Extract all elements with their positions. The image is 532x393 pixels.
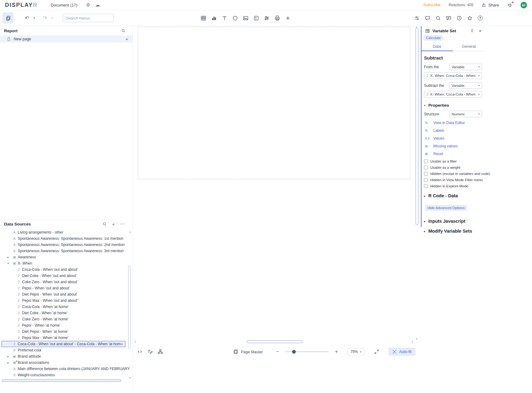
- checkbox-row[interactable]: Hidden in Explore Mode: [424, 184, 482, 188]
- zoom-slider[interactable]: [285, 350, 329, 354]
- sidebar-horizontal-scrollbar[interactable]: [2, 379, 121, 382]
- checkbox-row[interactable]: Usable as a filter: [424, 159, 482, 163]
- data-source-item[interactable]: ▸▦Brand attitude: [0, 353, 130, 360]
- data-source-item[interactable]: 2Coke Zero - When 'out and about': [0, 279, 130, 285]
- add-page-button[interactable]: +: [125, 36, 128, 42]
- data-source-item[interactable]: 8Preferred cola: [0, 347, 130, 353]
- history-icon[interactable]: [456, 15, 462, 21]
- view-in-data-editor-button[interactable]: ✎View in Data Editor: [425, 121, 482, 125]
- checkbox-row[interactable]: Usable as a weight: [424, 166, 482, 169]
- zoom-in-button[interactable]: +: [335, 349, 338, 355]
- checkbox-row[interactable]: Hidden in View Mode Filter menu: [424, 178, 482, 182]
- undo-button[interactable]: ↶: [25, 15, 29, 21]
- canvas-area[interactable]: ▴ ▾ ◂ ▸: [133, 26, 421, 393]
- canvas-vertical-scrollbar[interactable]: [416, 28, 418, 225]
- insert-textbox-icon[interactable]: [221, 15, 228, 21]
- hide-advanced-options-button[interactable]: Hide Advanced Options: [425, 205, 467, 211]
- data-source-item[interactable]: 2Coca-Cola - When 'at home': [0, 304, 130, 310]
- data-source-item[interactable]: ASpontaneous Awareness: Spontaneous Awar…: [0, 248, 130, 254]
- canvas-scroll-right-icon[interactable]: ▸: [412, 340, 413, 343]
- data-sources-search-icon[interactable]: [102, 222, 107, 226]
- help-icon[interactable]: [477, 15, 483, 21]
- checkbox[interactable]: [424, 166, 428, 169]
- code-view-icon[interactable]: [137, 349, 143, 355]
- announcements-icon[interactable]: [507, 2, 512, 8]
- data-source-item[interactable]: 2Pepsi Max - When 'at home': [0, 335, 130, 341]
- print-icon[interactable]: [274, 15, 280, 21]
- search-menus-input[interactable]: [63, 14, 114, 22]
- expand-icon[interactable]: ▸: [7, 355, 12, 358]
- expand-icon[interactable]: ▸: [424, 194, 426, 198]
- properties-section-header[interactable]: ▾ Properties: [424, 103, 482, 108]
- calculate-button[interactable]: Calculate: [423, 35, 443, 41]
- canvas-scroll-down-icon[interactable]: ▾: [416, 337, 417, 340]
- structure-select[interactable]: Numeric ▾: [449, 111, 482, 117]
- insert-table-icon[interactable]: [200, 15, 206, 21]
- data-source-item[interactable]: 2Coca-Cola - When 'out and about': [0, 266, 130, 273]
- expand-icon[interactable]: ▸: [424, 220, 426, 223]
- filters-icon[interactable]: [264, 15, 270, 21]
- pages-button[interactable]: [2, 12, 14, 24]
- data-source-item[interactable]: ASpontaneous Awareness: Spontaneous Awar…: [0, 242, 130, 248]
- list-scroll-down-icon[interactable]: ▾: [129, 376, 131, 379]
- data-source-item[interactable]: 2Coca-Cola - When 'out and about' - Coca…: [2, 341, 125, 347]
- inputs-javascript-section-header[interactable]: ▸ Inputs Javascript: [424, 219, 482, 224]
- annotation-icon[interactable]: [147, 349, 153, 355]
- list-vertical-scrollbar[interactable]: [128, 265, 130, 349]
- zoom-slider-handle[interactable]: [292, 350, 296, 354]
- add-object-icon[interactable]: [285, 15, 291, 21]
- reactions-count[interactable]: Reactions: 405: [449, 3, 473, 7]
- collapse-icon[interactable]: ▾: [424, 104, 426, 107]
- dependency-graph-icon[interactable]: [157, 349, 163, 355]
- checkbox[interactable]: [424, 172, 428, 176]
- data-source-item[interactable]: ▾▦X- When: [0, 260, 130, 266]
- data-source-item[interactable]: 2Diet Pepsi - When 'out and about': [0, 291, 130, 297]
- data-source-item[interactable]: 2Pepsi - When 'at home': [0, 322, 130, 328]
- expand-icon[interactable]: ▸: [7, 256, 12, 259]
- favorites-star-icon[interactable]: [467, 15, 473, 21]
- data-source-item[interactable]: AMain difference between cola drinkers (…: [0, 366, 130, 372]
- canvas-scroll-left-icon[interactable]: ◂: [134, 340, 136, 343]
- data-source-item[interactable]: 2Pepsi Max - When 'out and about': [0, 297, 130, 304]
- redo-dropdown-icon[interactable]: ▾: [52, 16, 53, 20]
- zoom-out-button[interactable]: −: [276, 349, 279, 355]
- report-page-item[interactable]: New page +: [0, 35, 133, 42]
- data-source-item[interactable]: 2Diet Coke - When 'at home': [0, 310, 130, 316]
- data-source-item[interactable]: ASpontaneous Awareness: Spontaneous Awar…: [0, 235, 130, 242]
- comments-icon[interactable]: [424, 15, 431, 21]
- missing-values-button[interactable]: ⊟Missing values: [425, 144, 482, 148]
- data-source-item[interactable]: ALiving arrangements - other: [0, 229, 130, 235]
- canvas-horizontal-scrollbar[interactable]: [247, 340, 303, 343]
- notes-icon[interactable]: [445, 15, 452, 21]
- zoom-slider-track[interactable]: [285, 351, 329, 352]
- values-button[interactable]: #,#Values: [425, 136, 482, 141]
- checkbox-row[interactable]: Hidden (except in variables and code): [424, 172, 482, 176]
- expand-icon[interactable]: ▸: [7, 361, 12, 364]
- close-icon[interactable]: ✕: [479, 29, 482, 33]
- insert-image-icon[interactable]: [242, 15, 249, 21]
- settings-gear-icon[interactable]: ⚙: [86, 2, 90, 8]
- from-type-select[interactable]: Variable ▾: [449, 64, 482, 70]
- data-sources-more-icon[interactable]: ···: [120, 222, 125, 226]
- document-title[interactable]: Document (17): [51, 3, 77, 7]
- fullscreen-icon[interactable]: [374, 349, 379, 355]
- subtract-type-select[interactable]: Variable ▾: [449, 82, 482, 89]
- checkbox[interactable]: [424, 178, 428, 182]
- list-scroll-up-icon[interactable]: ▴: [129, 230, 131, 233]
- checkbox[interactable]: [424, 184, 428, 188]
- subscribe-link[interactable]: Subscribe: [423, 3, 441, 7]
- subtract-variable-select[interactable]: 2 X- When: Coca-Cola - When 'at... ▾: [424, 91, 482, 98]
- expand-icon[interactable]: ▸: [424, 230, 426, 233]
- r-code-section-header[interactable]: ▸ R Code - Data: [424, 193, 482, 198]
- add-data-source-icon[interactable]: +: [112, 221, 115, 227]
- page-outline[interactable]: [138, 27, 410, 179]
- collapse-icon[interactable]: ▾: [7, 262, 12, 265]
- zoom-level-select[interactable]: 75% ▾: [347, 348, 364, 355]
- data-source-item[interactable]: ▸▦Brand associations: [0, 360, 130, 366]
- avatar[interactable]: EF: [521, 2, 527, 8]
- from-variable-select[interactable]: 2 X- When: Coca-Cola - When 'o... ▾: [424, 72, 482, 79]
- report-search-icon[interactable]: [121, 29, 125, 33]
- data-source-item[interactable]: 2Diet Pepsi - When 'at home': [0, 328, 130, 335]
- reset-button[interactable]: ⊞Reset: [425, 152, 482, 156]
- redo-button[interactable]: ↷: [43, 15, 47, 21]
